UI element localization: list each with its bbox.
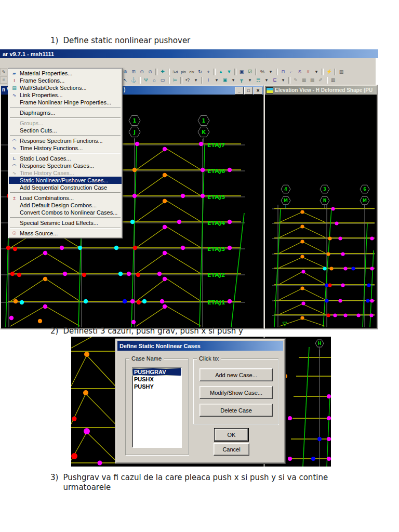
ok-button[interactable]: OK xyxy=(215,429,248,441)
menu-item-static-nonlinear-pushover-cases[interactable]: Static Nonlinear/Pushover Cases... xyxy=(9,177,122,184)
story-label-etaj1: ETAJ1 xyxy=(207,299,225,306)
move-down-level-icon[interactable]: ▼ xyxy=(225,68,233,75)
menu-item-special-seismic-load-effects[interactable]: Special Seismic Load Effects... xyxy=(9,219,122,227)
zoom-window-icon[interactable]: ⊞ xyxy=(129,68,138,75)
edit-icon[interactable]: ✎ xyxy=(0,68,7,75)
hinge-dot xyxy=(157,272,162,276)
menu-item-mass-source[interactable]: ☉Mass Source... xyxy=(9,230,122,237)
menu-item-convert-combos-to-nonlinear-cases[interactable]: Convert Combos to Nonlinear Cases... xyxy=(9,209,122,216)
hinge-dot xyxy=(43,277,47,281)
paint-icon[interactable]: ✎ xyxy=(291,76,300,84)
dropdown-icon[interactable]: ▾ xyxy=(312,68,321,75)
dropdown-icon[interactable]: ▾ xyxy=(267,68,275,75)
dropdown-icon[interactable]: ▾ xyxy=(212,76,221,84)
window-icon[interactable]: ▭ xyxy=(158,76,167,84)
draw-frame-icon[interactable]: ⊓ xyxy=(279,68,287,75)
draw-link-icon[interactable]: # xyxy=(304,68,312,75)
delete-case-button[interactable]: Delete Case xyxy=(200,404,273,417)
dropdown-icon[interactable]: ▾ xyxy=(279,76,287,84)
case-list-item-pushy[interactable]: PUSHY xyxy=(132,383,181,390)
run-analysis-icon[interactable]: ⚡ xyxy=(325,68,333,75)
anchor-icon[interactable]: ⚓ xyxy=(129,76,138,84)
hinge-dot xyxy=(367,283,370,287)
case-list-item-pushgrav[interactable]: PUSHGRAV xyxy=(132,368,181,376)
hinge-dot xyxy=(6,246,10,250)
plan-view-icon[interactable]: pln xyxy=(179,68,188,75)
hinge-dot xyxy=(329,267,333,270)
hinge-dot xyxy=(123,299,127,303)
hatch-icon[interactable]: ▦ xyxy=(300,76,308,84)
menu-item-frame-sections[interactable]: IFrame Sections... xyxy=(9,77,122,84)
dropdown-icon[interactable]: ▾ xyxy=(262,76,271,84)
move-up-level-icon[interactable]: ▲ xyxy=(217,68,225,75)
truss-icon[interactable]: ☴ xyxy=(254,76,262,84)
i-section-icon[interactable]: I xyxy=(204,76,212,84)
case-list-item-pushx[interactable]: PUSHX xyxy=(132,376,181,383)
channel-icon[interactable]: ⊑ xyxy=(271,76,279,84)
menu-item-diaphragms[interactable]: Diaphragms... xyxy=(9,109,122,116)
hinge-dot xyxy=(300,210,304,214)
grid-icon[interactable]: ⌗ xyxy=(0,76,7,84)
draw-frame2-icon[interactable]: ⌐ xyxy=(287,68,296,75)
menu-item-response-spectrum-cases[interactable]: ◠Response Spectrum Cases... xyxy=(9,162,122,169)
menu-item-time-history-cases[interactable]: ∿Time History Cases... xyxy=(9,169,122,177)
hinge-dot xyxy=(288,457,292,461)
hinge-dot xyxy=(84,299,88,303)
menu-item-load-combinations[interactable]: ±Load Combinations... xyxy=(9,194,122,202)
rotate-view-icon[interactable]: ↻ xyxy=(196,68,204,75)
dropdown-icon[interactable]: ▾ xyxy=(192,76,200,84)
menu-item-link-properties[interactable]: ∿Link Properties... xyxy=(9,91,122,99)
hinge-dot xyxy=(163,277,167,281)
zoom-previous-icon[interactable]: ⊙ xyxy=(146,68,154,75)
pan-icon[interactable]: ✚ xyxy=(158,68,167,75)
menu-item-material-properties[interactable]: ▰Material Properties... xyxy=(9,70,122,77)
pencil-icon[interactable]: ✐ xyxy=(316,76,325,84)
partial-icon[interactable]: ▥ xyxy=(329,76,337,84)
menu-item-section-cuts[interactable]: Section Cuts... xyxy=(9,127,122,134)
dropdown-icon[interactable]: ▾ xyxy=(246,76,254,84)
case-name-listbox[interactable]: PUSHGRAVPUSHXPUSHY xyxy=(132,367,182,448)
grid-bubble-label: 1 xyxy=(133,118,137,124)
menu-item-wall-slab-deck-sections[interactable]: ▤Wall/Slab/Deck Sections... xyxy=(9,84,122,91)
menu-item-static-load-cases[interactable]: LStatic Load Cases... xyxy=(9,155,122,162)
toolbar-row-1: ⊕⊞⊖⊙✚3-dplnelv↻⌖▲▼▣☑%▾⊓⌐S#▾⚡▥ xyxy=(121,68,376,76)
menu-item-label: Time History Functions... xyxy=(20,145,83,151)
menu-item-response-spectrum-functions[interactable]: ◠Response Spectrum Functions... xyxy=(9,137,122,144)
partial-icon[interactable]: ▥ xyxy=(337,68,345,75)
hinge-dot xyxy=(288,416,292,420)
joint-icon[interactable]: Ψ xyxy=(142,76,150,84)
assign-icon[interactable]: ⊨ xyxy=(171,76,179,84)
set-limits-icon[interactable]: ▣ xyxy=(237,68,246,75)
help-pointer-icon[interactable]: •? xyxy=(183,76,192,84)
draw-brace-icon[interactable]: S xyxy=(296,68,304,75)
menu-item-add-default-design-combos[interactable]: Add Default Design Combos... xyxy=(9,202,122,209)
menu-item-groups[interactable]: Groups... xyxy=(9,119,122,127)
minimize-button[interactable]: _ xyxy=(235,87,244,95)
home-view-icon[interactable]: ⌂ xyxy=(150,76,158,84)
t-section-icon[interactable]: ┳ xyxy=(237,76,246,84)
maximize-button[interactable]: □ xyxy=(244,87,253,95)
elevation-view-icon[interactable]: elv xyxy=(188,68,196,75)
menu-item-time-history-functions[interactable]: ∿Time History Functions... xyxy=(9,144,122,152)
menu-item-add-sequential-construction-case[interactable]: Add Sequential Construction Case xyxy=(9,184,122,191)
close-button[interactable]: ✕ xyxy=(254,87,262,95)
add-new-case-button[interactable]: Add new Case... xyxy=(200,368,273,381)
solid-view-icon[interactable]: ▣ xyxy=(221,76,229,84)
3d-view-icon[interactable]: 3-d xyxy=(171,68,179,75)
hatch2-icon[interactable]: ▩ xyxy=(308,76,316,84)
menu-item-label: Time History Cases... xyxy=(20,170,74,176)
menu-item-frame-nonlinear-hinge-properties[interactable]: Frame Nonlinear Hinge Properties... xyxy=(9,99,122,106)
dropdown-icon[interactable]: ▾ xyxy=(229,76,237,84)
perspective-icon[interactable]: ⌖ xyxy=(204,68,212,75)
hinge-dot xyxy=(9,316,14,320)
grid-bubble-label: J xyxy=(133,129,136,135)
zoom-out-icon[interactable]: ⊖ xyxy=(138,68,146,75)
menu-item-label: Groups... xyxy=(20,120,43,126)
toolbar-separator xyxy=(201,77,203,84)
hinge-dot xyxy=(326,313,330,317)
snap-percent-icon[interactable]: % xyxy=(258,68,267,75)
show-grid-icon[interactable]: ☑ xyxy=(246,68,254,75)
hinge-dot xyxy=(326,252,330,256)
cancel-button[interactable]: Cancel xyxy=(214,443,249,456)
modify-show-case-button[interactable]: Modify/Show Case... xyxy=(200,386,273,399)
